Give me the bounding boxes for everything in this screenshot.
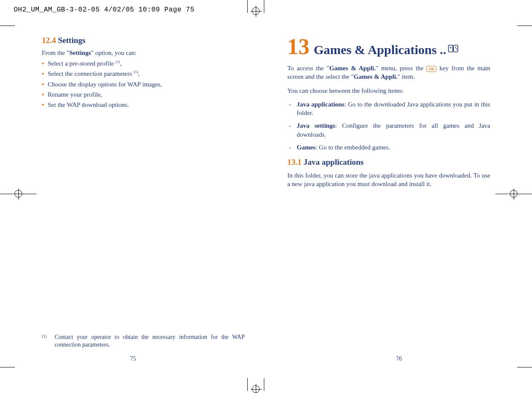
page-spread: 12.4 Settings From the "Settings" option… bbox=[0, 36, 532, 367]
list-item: Java applications: Go to the downloaded … bbox=[287, 100, 490, 118]
registration-mark-bottom bbox=[247, 378, 264, 393]
registration-mark-top bbox=[247, 0, 264, 15]
footnote-text: Contact your operator to obtain the nece… bbox=[55, 333, 245, 349]
list-item: Rename your profile, bbox=[42, 90, 245, 99]
list-item: Select a pre-stored profile (1), bbox=[42, 59, 245, 68]
chapter-title: Games & Applications .. bbox=[314, 43, 490, 57]
section-number: 12.4 bbox=[42, 36, 56, 45]
page-number: 76 bbox=[266, 356, 532, 362]
chapter-heading: 13 Games & Applications .. bbox=[287, 36, 490, 58]
trim-line bbox=[517, 26, 532, 26]
page-number: 75 bbox=[0, 356, 266, 362]
list-item: Games: Go to the embedded games. bbox=[287, 143, 490, 152]
subsection-number: 13.1 bbox=[287, 158, 301, 166]
svg-point-4 bbox=[455, 47, 457, 48]
section-heading: 12.4 Settings bbox=[42, 36, 245, 45]
ok-key-icon: OK bbox=[426, 66, 437, 72]
items-list: Java applications: Go to the downloaded … bbox=[287, 100, 490, 152]
body-text: To access the "Games & Appli." menu, pre… bbox=[287, 64, 490, 81]
section-title: Settings bbox=[58, 36, 85, 45]
games-icon bbox=[448, 43, 459, 57]
print-slug: OH2_UM_AM_GB-3-02-05 4/02/05 10:09 Page … bbox=[14, 6, 194, 14]
footnote: (1) Contact your operator to obtain the … bbox=[42, 333, 245, 349]
body-text: You can choose between the following ite… bbox=[287, 86, 490, 95]
svg-point-5 bbox=[456, 49, 457, 50]
settings-bullet-list: Select a pre-stored profile (1), Select … bbox=[42, 59, 245, 109]
subsection-heading: 13.1 Java applications bbox=[287, 158, 490, 167]
body-text: In this folder, you can store the java a… bbox=[287, 171, 490, 189]
trim-line bbox=[0, 26, 15, 26]
intro-text: From the "Settings" option, you can: bbox=[42, 49, 245, 57]
page-75: 12.4 Settings From the "Settings" option… bbox=[0, 36, 266, 367]
page-76: 13 Games & Applications .. To access the… bbox=[266, 36, 532, 367]
chapter-number: 13 bbox=[287, 36, 309, 58]
list-item: Choose the display options for WAP image… bbox=[42, 80, 245, 89]
list-item: Select the connection parameters (1), bbox=[42, 69, 245, 78]
list-item: Java settings: Configure the parameters … bbox=[287, 121, 490, 139]
svg-rect-1 bbox=[454, 45, 458, 52]
footnote-mark: (1) bbox=[42, 333, 55, 349]
list-item: Set the WAP download options. bbox=[42, 100, 245, 109]
subsection-title: Java applications bbox=[304, 158, 364, 166]
